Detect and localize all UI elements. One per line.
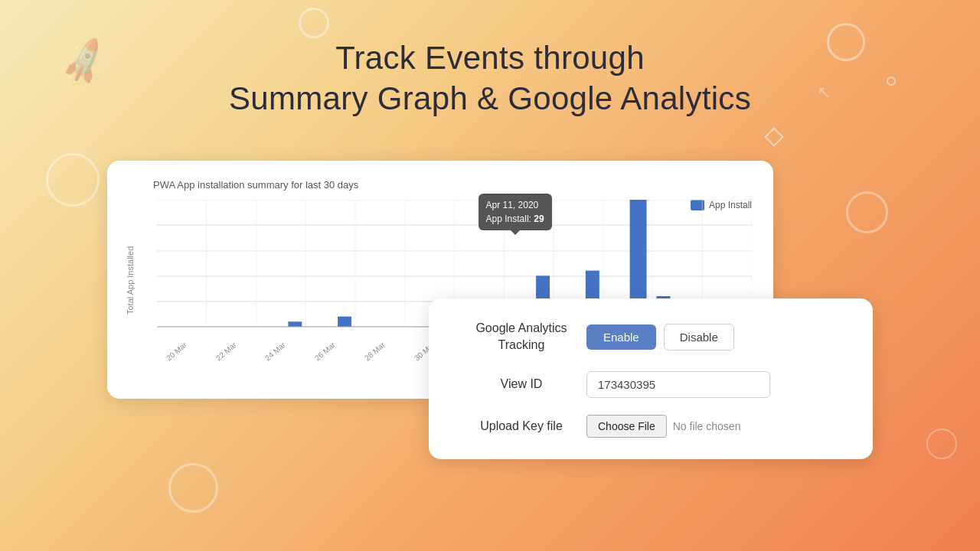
upload-control: Choose File No file chosen (586, 415, 845, 438)
upload-key-row: Upload Key file Choose File No file chos… (456, 415, 845, 438)
view-id-label: View ID (456, 376, 586, 393)
analytics-card: Google Analytics Tracking Enable Disable… (429, 298, 873, 459)
chart-title: PWA App installation summary for last 30… (153, 179, 752, 191)
view-id-control (586, 371, 845, 398)
tooltip-value: App Install: 29 (486, 212, 544, 226)
view-id-row: View ID (456, 371, 845, 398)
tooltip-date: Apr 11, 2020 (486, 198, 544, 212)
analytics-tracking-row: Google Analytics Tracking Enable Disable (456, 320, 845, 354)
y-axis-label: Total App Installed (122, 200, 138, 360)
svg-rect-24 (288, 321, 302, 327)
chart-tooltip: Apr 11, 2020 App Install: 29 (479, 194, 552, 230)
title-area: Track Events through Summary Graph & Goo… (229, 38, 751, 119)
upload-label: Upload Key file (456, 418, 586, 435)
page-title: Track Events through Summary Graph & Goo… (229, 38, 751, 119)
file-input-wrapper: Choose File No file chosen (586, 415, 740, 438)
tooltip-number: 29 (534, 214, 544, 224)
disable-button[interactable]: Disable (664, 324, 734, 350)
tracking-label: Google Analytics Tracking (456, 320, 586, 354)
enable-button[interactable]: Enable (586, 324, 656, 350)
main-content: Track Events through Summary Graph & Goo… (0, 0, 980, 551)
tracking-control: Enable Disable (586, 324, 845, 350)
view-id-input[interactable] (586, 371, 770, 398)
svg-rect-25 (338, 317, 351, 327)
choose-file-button[interactable]: Choose File (586, 415, 667, 438)
no-file-text: No file chosen (673, 420, 741, 432)
